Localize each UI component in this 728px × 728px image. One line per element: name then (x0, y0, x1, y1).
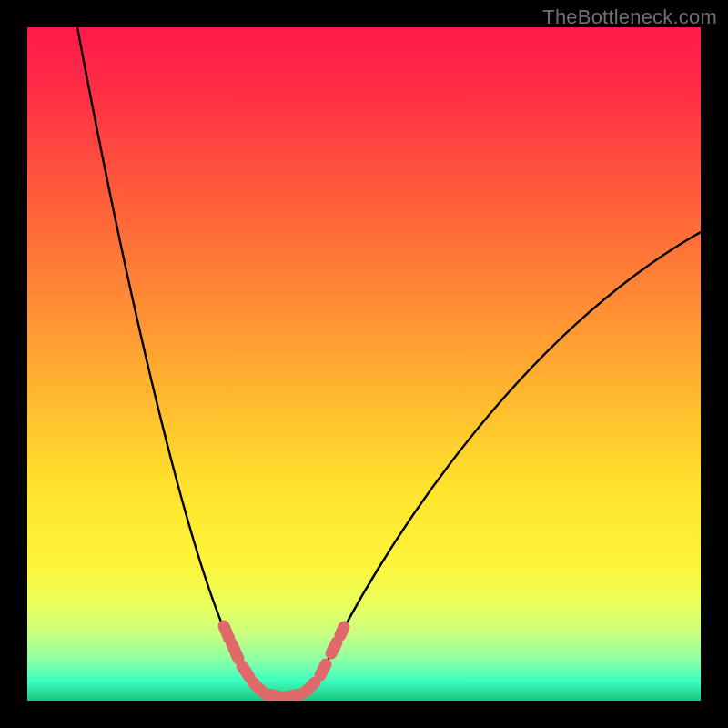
bottleneck-curve (77, 27, 701, 697)
chart-svg (27, 27, 701, 701)
valley-highlight (224, 626, 344, 697)
chart-plot-area (27, 27, 701, 701)
watermark-text: TheBottleneck.com (542, 5, 717, 29)
